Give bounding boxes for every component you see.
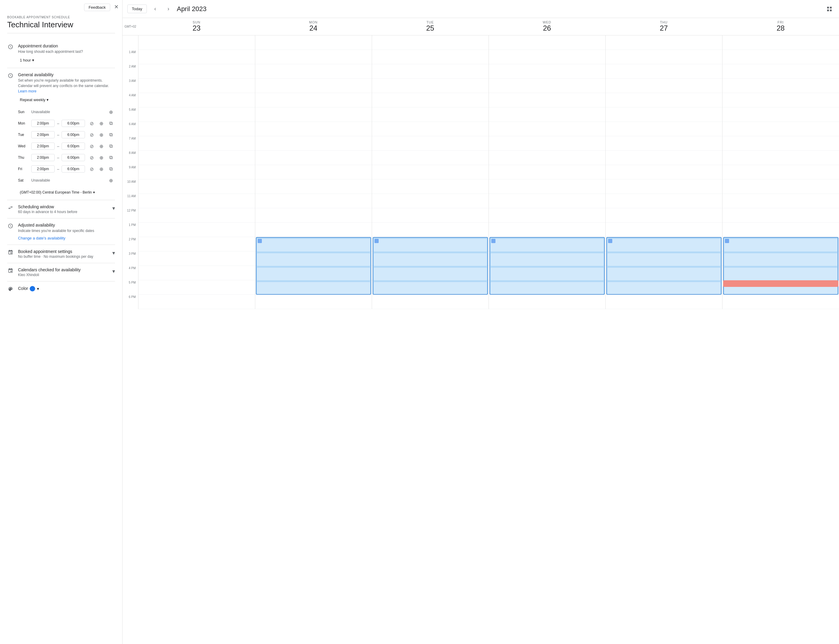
- general-availability-body: General availability Set when you're reg…: [18, 72, 115, 196]
- sat-add-btn[interactable]: ⊕: [107, 176, 115, 184]
- thu-actions: ⊘ ⊕ ⧉: [87, 153, 115, 162]
- month-title: April 2023: [177, 5, 821, 13]
- hour-cell-day1-h8: [255, 151, 372, 165]
- timezone-label: GMT+02: [124, 25, 136, 28]
- appointment-block-day1[interactable]: [256, 237, 371, 295]
- hour-cell-day1-h11: [255, 194, 372, 208]
- hour-cell-day5-h18: [722, 295, 839, 309]
- learn-more-link[interactable]: Learn more: [18, 89, 36, 93]
- hour-cell-day4-h5: [606, 107, 722, 122]
- scheduling-chevron-icon: ▾: [112, 205, 115, 212]
- wed-dash: –: [57, 144, 59, 149]
- wed-end-input[interactable]: [61, 143, 85, 150]
- hour-cell-day4-h11: [606, 194, 722, 208]
- day-label-wed: Wed: [18, 144, 29, 148]
- hour-cell-day3-h1: [489, 50, 605, 64]
- appointment-block-day3[interactable]: [490, 237, 605, 295]
- duration-select[interactable]: 1 hour ▾: [18, 57, 36, 64]
- hour-cell-day3-h3: [489, 79, 605, 93]
- hour-cell-day2-h2: [372, 64, 489, 79]
- appointment-block-day2[interactable]: [373, 237, 488, 295]
- color-palette-icon: [7, 286, 14, 292]
- time-label-0: [122, 35, 138, 50]
- hour-cell-day1-h0: [255, 35, 372, 50]
- feedback-button[interactable]: Feedback: [84, 3, 110, 11]
- appt-slot-day4-s2: [608, 268, 720, 280]
- next-nav-button[interactable]: ›: [164, 4, 173, 14]
- mon-remove-btn[interactable]: ⊘: [87, 119, 96, 128]
- hour-cell-day1-h13: [255, 223, 372, 237]
- thu-end-input[interactable]: [61, 154, 85, 161]
- avail-row-fri: Fri – ⊘ ⊕ ⧉: [18, 163, 115, 175]
- tue-add-btn[interactable]: ⊕: [97, 131, 105, 139]
- hour-cell-day0-h16: [138, 266, 255, 280]
- day-header-tue: TUE 25: [372, 19, 489, 34]
- thu-add-btn[interactable]: ⊕: [97, 153, 105, 162]
- prev-nav-button[interactable]: ‹: [150, 4, 160, 14]
- hour-cell-day3-h2: [489, 64, 605, 79]
- fri-end-input[interactable]: [61, 165, 85, 172]
- fri-dash: –: [57, 167, 59, 171]
- scheduling-icon: [7, 205, 14, 210]
- appt-slot-day4-s1: [608, 253, 720, 266]
- tue-remove-btn[interactable]: ⊘: [87, 131, 96, 139]
- day-header-mon: MON 24: [255, 19, 372, 34]
- sun-actions: ⊕: [107, 108, 115, 116]
- hour-cell-day0-h13: [138, 223, 255, 237]
- hour-cell-day0-h7: [138, 136, 255, 151]
- wed-add-btn[interactable]: ⊕: [97, 142, 105, 150]
- general-availability-title: General availability: [18, 72, 115, 77]
- day-label-mon: Mon: [18, 121, 29, 125]
- appt-slot-day5-s2: [724, 268, 837, 280]
- wed-start-input[interactable]: [31, 143, 54, 150]
- fri-actions: ⊘ ⊕ ⧉: [87, 165, 115, 173]
- avail-row-sat: Sat Unavailable ⊕: [18, 175, 115, 186]
- wed-remove-btn[interactable]: ⊘: [87, 142, 96, 150]
- mon-end-input[interactable]: [61, 120, 85, 127]
- appt-slot-day4-s3: [608, 282, 720, 295]
- bookable-label: BOOKABLE APPOINTMENT SCHEDULE: [7, 16, 115, 19]
- scheduling-window-section[interactable]: Scheduling window 60 days in advance to …: [7, 200, 115, 219]
- fri-add-btn[interactable]: ⊕: [97, 165, 105, 173]
- fri-start-input[interactable]: [31, 165, 54, 172]
- mon-add-btn[interactable]: ⊕: [97, 119, 105, 128]
- thu-start-input[interactable]: [31, 154, 54, 161]
- booked-settings-section[interactable]: Booked appointment settings No buffer ti…: [7, 245, 115, 263]
- repeat-select[interactable]: Repeat weekly ▾: [18, 96, 51, 103]
- timezone-select[interactable]: (GMT+02:00) Central European Time - Berl…: [18, 189, 97, 196]
- appt-slot-day5-s1: [724, 253, 837, 266]
- hour-cell-day2-h3: [372, 79, 489, 93]
- appointment-block-day4[interactable]: [606, 237, 722, 295]
- adjusted-availability-title: Adjusted availability: [18, 223, 115, 227]
- repeat-label: Repeat weekly: [20, 97, 45, 102]
- day-col-fri: [722, 35, 839, 309]
- appt-slot-day3-s0: [491, 239, 603, 251]
- scheduling-window-title: Scheduling window: [18, 204, 108, 209]
- tue-end-input[interactable]: [61, 131, 85, 138]
- mon-actions: ⊘ ⊕ ⧉: [87, 119, 115, 128]
- tue-copy-btn[interactable]: ⧉: [107, 131, 115, 139]
- avail-row-tue: Tue – ⊘ ⊕ ⧉: [18, 129, 115, 140]
- hour-cell-day5-h13: [722, 223, 839, 237]
- appt-slot-day1-s3: [257, 282, 370, 295]
- mon-start-input[interactable]: [31, 120, 54, 127]
- calendars-section[interactable]: Calendars checked for availability Kleo …: [7, 263, 115, 281]
- thu-copy-btn[interactable]: ⧉: [107, 153, 115, 162]
- grid-view-icon[interactable]: [824, 4, 834, 14]
- sun-add-btn[interactable]: ⊕: [107, 108, 115, 116]
- fri-copy-btn[interactable]: ⧉: [107, 165, 115, 173]
- hour-cell-day4-h7: [606, 136, 722, 151]
- fri-remove-btn[interactable]: ⊘: [87, 165, 96, 173]
- today-button[interactable]: Today: [127, 5, 147, 13]
- wed-copy-btn[interactable]: ⧉: [107, 142, 115, 150]
- color-select[interactable]: Color ▾: [18, 286, 39, 291]
- hour-cell-day3-h12: [489, 208, 605, 223]
- hour-cell-day5-h6: [722, 122, 839, 136]
- thu-remove-btn[interactable]: ⊘: [87, 153, 96, 162]
- booked-settings-title: Booked appointment settings: [18, 249, 108, 254]
- change-date-link[interactable]: Change a date's availability: [18, 236, 66, 240]
- mon-copy-btn[interactable]: ⧉: [107, 119, 115, 128]
- time-label-15: 3 PM: [122, 251, 138, 266]
- close-button[interactable]: ✕: [114, 3, 119, 10]
- tue-start-input[interactable]: [31, 131, 54, 138]
